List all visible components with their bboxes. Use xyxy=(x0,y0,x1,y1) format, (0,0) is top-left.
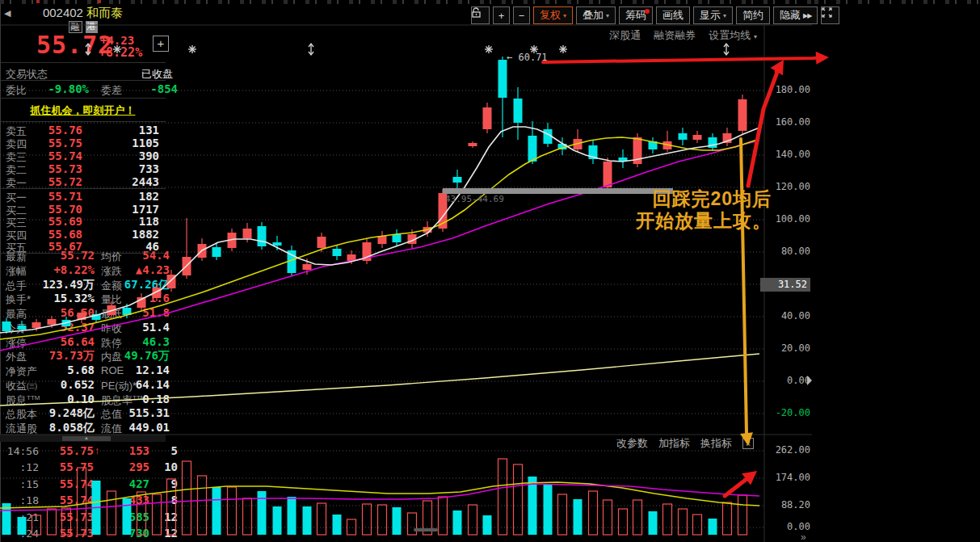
axis-tick-label: 80.00 xyxy=(762,246,810,257)
sidebar-collapse-handle[interactable] xyxy=(807,376,812,385)
change-params-link[interactable]: 改参数 xyxy=(616,436,648,451)
axis-tick-label: 180.00 xyxy=(762,84,810,95)
axis-tick-label: 40.00 xyxy=(762,310,810,321)
axis-tick-label: 140.00 xyxy=(762,149,810,160)
split-updown-icon xyxy=(86,44,90,55)
gap-range-label: 43.95-44.69 xyxy=(445,194,504,204)
dividend-flake-icon xyxy=(188,45,196,53)
high-price-value: 60.71 xyxy=(518,52,547,63)
dividend-flake-icon xyxy=(485,45,493,53)
dividend-flake-icon xyxy=(559,45,567,53)
close-pane-icon[interactable]: × xyxy=(742,438,754,449)
switch-indicator-link[interactable]: 换指标 xyxy=(700,436,732,451)
axis-tick-label: 20.00 xyxy=(762,342,810,354)
split-updown-icon xyxy=(309,44,313,55)
high-price-label: ← 60.71 xyxy=(507,52,548,63)
annotation-line: 回踩完20均后 xyxy=(636,188,772,210)
axis-tick-label: 0.00 xyxy=(762,521,810,532)
add-indicator-link[interactable]: 加指标 xyxy=(658,436,690,451)
axis-tick-label: 160.00 xyxy=(762,116,810,128)
left-arrow-icon: ← xyxy=(507,52,512,63)
split-updown-icon xyxy=(724,44,729,55)
current-price-axis-tag: 31.52 xyxy=(760,278,810,292)
analyst-annotation: 回踩完20均后 开始放量上攻。 xyxy=(636,188,772,232)
horizontal-scrollbar-thumb[interactable] xyxy=(414,528,438,531)
axis-tick-label: 88.20 xyxy=(762,499,810,510)
candlestick-chart-canvas[interactable] xyxy=(0,0,980,542)
axis-tick-label: 0.00 xyxy=(762,375,810,386)
axis-tick-label: 262.00 xyxy=(762,444,810,456)
axis-tick-label: -20.00 xyxy=(762,407,810,418)
trading-app-window: + − 复权 ▾ 叠加 ▾ 筹码 画线 显示 ▾ 简约 隐藏 ▶▶ xyxy=(0,0,980,542)
indicator-pane-controls: 改参数 加指标 换指标 × xyxy=(616,436,754,451)
axis-tick-label: 174.00 xyxy=(762,472,810,483)
expand-pane-icon[interactable]: » xyxy=(801,531,805,542)
annotation-line: 开始放量上攻。 xyxy=(636,210,772,232)
dividend-flake-icon xyxy=(113,45,121,53)
